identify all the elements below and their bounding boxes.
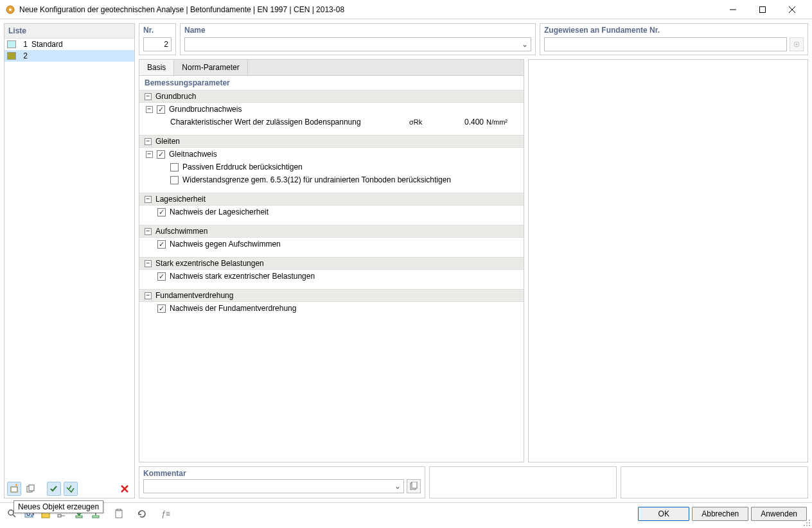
- group-aufschwimmen[interactable]: Aufschwimmen: [139, 225, 524, 238]
- maximize-button[interactable]: [748, 0, 777, 19]
- list-header: Liste: [4, 24, 134, 39]
- row-aufschwimmen-nachweis: Nachweis gegen Aufschwimmen: [139, 238, 524, 251]
- svg-text:ƒ≡: ƒ≡: [161, 509, 170, 518]
- checkbox[interactable]: [170, 163, 179, 172]
- list-toolbar: [4, 480, 134, 498]
- close-button[interactable]: [777, 0, 807, 19]
- collapse-icon[interactable]: [145, 292, 152, 299]
- copy-item-button[interactable]: [24, 482, 38, 496]
- chevron-down-icon: ⌄: [394, 482, 401, 491]
- swatch-icon: [7, 40, 16, 48]
- collapse-icon[interactable]: [145, 93, 152, 100]
- checkbox[interactable]: [157, 105, 165, 114]
- checkbox[interactable]: [157, 304, 166, 313]
- group-gleiten[interactable]: Gleiten: [139, 135, 524, 148]
- list-panel: Liste 1 Standard 2 Neues Objekt erzeugen: [4, 23, 135, 498]
- unit: N/mm²: [486, 118, 518, 126]
- comment-label: Kommentar: [139, 467, 425, 479]
- assigned-input[interactable]: [544, 37, 787, 51]
- collapse-icon[interactable]: [145, 260, 152, 267]
- list-item-label: Standard: [31, 40, 63, 49]
- titlebar: Neue Konfiguration der geotechnischen An…: [0, 0, 812, 19]
- nr-input[interactable]: [143, 37, 172, 51]
- svg-point-16: [8, 510, 13, 515]
- checkbox[interactable]: [157, 208, 166, 216]
- tab-norm[interactable]: Norm-Parameter: [174, 60, 247, 75]
- minimize-button[interactable]: [718, 0, 748, 19]
- svg-rect-6: [11, 487, 17, 492]
- check-all-button[interactable]: [64, 482, 78, 496]
- row-exzentrisch-nachweis: Nachweis stark exzentrischer Belastungen: [139, 270, 524, 283]
- name-label: Name: [181, 24, 535, 36]
- comment-combo[interactable]: ⌄: [143, 479, 404, 493]
- svg-point-1: [9, 8, 12, 11]
- group-exzentrisch[interactable]: Stark exzentrische Belastungen: [139, 257, 524, 270]
- collapse-icon[interactable]: [146, 106, 153, 113]
- collapse-icon[interactable]: [145, 196, 152, 203]
- check-button[interactable]: [47, 482, 61, 496]
- row-passiv-erddruck: Passiven Erddruck berücksichtigen: [139, 161, 524, 173]
- function-icon[interactable]: ƒ≡: [158, 507, 172, 521]
- svg-rect-8: [29, 485, 34, 491]
- params-panel: Basis Norm-Parameter Bemessungsparameter…: [139, 59, 524, 462]
- nr-label: Nr.: [139, 24, 175, 36]
- group-lage[interactable]: Lagesicherheit: [139, 193, 524, 206]
- checkbox[interactable]: [157, 240, 166, 249]
- swatch-icon: [7, 52, 16, 60]
- param-tree: Grundbruch Grundbruchnachweis Charakteri…: [139, 90, 524, 462]
- preview-panel: [528, 59, 808, 462]
- svg-rect-22: [58, 515, 61, 517]
- resize-grip-icon[interactable]: [803, 519, 811, 527]
- new-item-button[interactable]: [7, 482, 21, 496]
- assigned-pick-button[interactable]: [790, 37, 804, 51]
- value[interactable]: 0.400: [448, 118, 486, 127]
- svg-point-31: [806, 522, 808, 524]
- name-box: Name ⌄: [180, 23, 536, 55]
- row-char-bodenspannung: Charakteristischer Wert der zulässigen B…: [139, 116, 524, 128]
- list-item[interactable]: 2: [4, 50, 134, 62]
- row-lage-nachweis: Nachweis der Lagesicherheit: [139, 206, 524, 218]
- name-combo[interactable]: ⌄: [184, 37, 531, 51]
- window-title: Neue Konfiguration der geotechnischen An…: [19, 5, 718, 14]
- group-grundbruch[interactable]: Grundbruch: [139, 90, 524, 103]
- comment-spare-2: [621, 466, 808, 498]
- comment-spare-1: [429, 466, 617, 498]
- list-item-num: 1: [19, 40, 28, 49]
- symbol: σRk: [409, 118, 448, 126]
- section-title: Bemessungsparameter: [139, 76, 524, 90]
- nr-box: Nr.: [139, 23, 176, 55]
- group-verdrehung[interactable]: Fundamentverdrehung: [139, 289, 524, 302]
- checkbox[interactable]: [157, 150, 165, 159]
- svg-rect-27: [116, 510, 122, 518]
- svg-rect-26: [93, 516, 99, 518]
- collapse-icon[interactable]: [146, 151, 153, 158]
- list-item-num: 2: [19, 51, 28, 60]
- svg-point-35: [809, 525, 810, 526]
- tab-basis[interactable]: Basis: [139, 60, 174, 75]
- svg-point-32: [809, 522, 810, 524]
- svg-line-17: [13, 515, 15, 517]
- tooltip: Neues Objekt erzeugen: [13, 500, 103, 513]
- list-item[interactable]: 1 Standard: [4, 39, 134, 50]
- ok-button[interactable]: OK: [638, 507, 689, 521]
- svg-rect-25: [76, 516, 82, 518]
- clipboard-icon[interactable]: [112, 507, 126, 521]
- list-body: 1 Standard 2: [4, 39, 134, 480]
- checkbox[interactable]: [170, 176, 179, 184]
- collapse-icon[interactable]: [145, 228, 152, 235]
- checkbox[interactable]: [157, 272, 166, 281]
- delete-button[interactable]: [118, 482, 132, 496]
- cancel-button[interactable]: Abbrechen: [692, 507, 748, 521]
- row-grundbruchnachweis: Grundbruchnachweis: [139, 103, 524, 116]
- svg-rect-3: [760, 6, 766, 12]
- apply-button[interactable]: Anwenden: [751, 507, 807, 521]
- chevron-down-icon: ⌄: [522, 40, 528, 49]
- svg-rect-28: [117, 509, 121, 511]
- tabs: Basis Norm-Parameter: [139, 60, 524, 76]
- app-icon: [5, 4, 15, 15]
- collapse-icon[interactable]: [145, 138, 152, 145]
- svg-point-30: [809, 520, 810, 521]
- bottom-toolbar: 0,00 ƒ≡ OK Abbrechen Anwenden: [0, 502, 812, 524]
- comment-copy-button[interactable]: [407, 479, 421, 493]
- reset-icon[interactable]: [135, 507, 149, 521]
